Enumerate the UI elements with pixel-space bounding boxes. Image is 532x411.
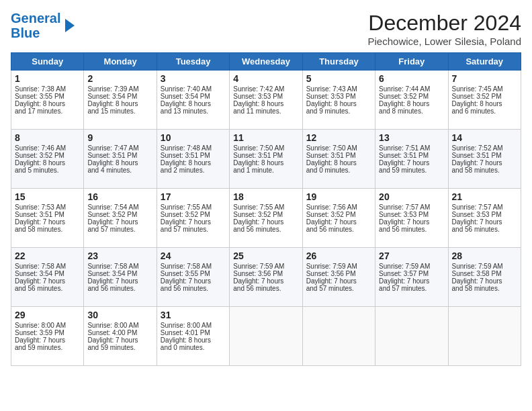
day-number: 24 [161, 250, 226, 261]
logo-arrow-icon [65, 19, 75, 32]
day-detail-line: Sunset: 3:51 PM [306, 152, 371, 159]
day-detail-line: Sunrise: 7:51 AM [379, 144, 444, 152]
calendar-day-header: Sunday [11, 53, 84, 71]
day-detail-line: and 11 minutes. [233, 107, 298, 115]
day-detail-line: and 57 minutes. [306, 285, 371, 292]
day-detail-line: Sunset: 3:54 PM [161, 93, 226, 100]
calendar-body: 1Sunrise: 7:38 AMSunset: 3:55 PMDaylight… [11, 71, 521, 366]
day-detail-line: and 56 minutes. [87, 285, 152, 292]
day-number: 25 [233, 250, 298, 261]
day-detail-line: Sunrise: 7:47 AM [87, 144, 152, 152]
day-detail-line: and 57 minutes. [87, 226, 152, 233]
day-detail-line: and 56 minutes. [233, 226, 298, 233]
day-detail-line: Sunrise: 7:48 AM [161, 144, 226, 152]
day-detail-line: Daylight: 7 hours [161, 277, 226, 285]
day-detail-line: and 59 minutes. [87, 344, 152, 351]
day-detail-line: Sunset: 3:58 PM [452, 270, 517, 277]
calendar-table: SundayMondayTuesdayWednesdayThursdayFrid… [11, 52, 521, 366]
day-detail-line: and 59 minutes. [15, 344, 80, 351]
day-detail-line: Sunrise: 8:00 AM [161, 322, 226, 329]
day-detail-line: and 0 minutes. [306, 167, 371, 174]
day-detail-line: Sunrise: 7:59 AM [452, 263, 517, 270]
calendar-day-header: Tuesday [157, 53, 229, 71]
day-detail-line: Sunset: 3:55 PM [15, 93, 80, 100]
day-number: 1 [15, 73, 80, 84]
day-detail-line: and 0 minutes. [161, 344, 226, 351]
day-detail-line: and 13 minutes. [161, 107, 226, 115]
day-detail-line: Sunset: 3:52 PM [233, 211, 298, 218]
day-number: 20 [379, 191, 444, 202]
day-detail-line: Sunrise: 7:55 AM [233, 203, 298, 211]
day-detail-line: Daylight: 8 hours [161, 100, 226, 107]
day-detail-line: Sunset: 3:51 PM [161, 152, 226, 159]
day-detail-line: Sunrise: 7:46 AM [15, 144, 80, 152]
day-detail-line: Sunset: 3:53 PM [379, 211, 444, 218]
day-detail-line: and 57 minutes. [161, 226, 226, 233]
day-detail-line: Daylight: 8 hours [452, 100, 517, 107]
logo: General Blue [11, 11, 75, 40]
calendar-day-cell: 15Sunrise: 7:53 AMSunset: 3:51 PMDayligh… [11, 189, 84, 248]
day-detail-line: Daylight: 8 hours [161, 336, 226, 344]
calendar-day-cell: 23Sunrise: 7:58 AMSunset: 3:54 PMDayligh… [84, 248, 157, 307]
day-detail-line: Daylight: 7 hours [233, 218, 298, 226]
day-detail-line: Sunset: 3:52 PM [161, 211, 226, 218]
day-detail-line: Daylight: 7 hours [452, 277, 517, 285]
day-detail-line: Sunrise: 7:54 AM [87, 203, 152, 211]
calendar-day-cell [302, 307, 375, 366]
day-detail-line: Daylight: 7 hours [161, 218, 226, 226]
day-detail-line: Daylight: 8 hours [161, 159, 226, 167]
day-detail-line: and 4 minutes. [87, 167, 152, 174]
day-detail-line: Sunrise: 7:57 AM [452, 203, 517, 211]
day-detail-line: Sunrise: 7:58 AM [15, 263, 80, 270]
day-number: 2 [87, 73, 152, 84]
day-detail-line: and 8 minutes. [379, 107, 444, 115]
calendar-day-cell: 24Sunrise: 7:58 AMSunset: 3:55 PMDayligh… [157, 248, 229, 307]
day-detail-line: Daylight: 7 hours [306, 218, 371, 226]
day-detail-line: Sunset: 4:01 PM [161, 329, 226, 336]
day-detail-line: Sunset: 3:55 PM [161, 270, 226, 277]
calendar-day-header: Thursday [302, 53, 375, 71]
logo-blue: Blue [11, 26, 60, 40]
day-detail-line: and 56 minutes. [233, 285, 298, 292]
day-detail-line: and 56 minutes. [161, 285, 226, 292]
day-detail-line: Sunrise: 8:00 AM [15, 322, 80, 329]
day-detail-line: Sunset: 3:53 PM [452, 211, 517, 218]
day-detail-line: Sunrise: 7:44 AM [379, 85, 444, 93]
day-number: 10 [161, 132, 226, 143]
day-detail-line: and 5 minutes. [15, 167, 80, 174]
calendar-day-header: Wednesday [230, 53, 302, 71]
calendar-day-cell: 27Sunrise: 7:59 AMSunset: 3:57 PMDayligh… [375, 248, 448, 307]
calendar-day-cell: 6Sunrise: 7:44 AMSunset: 3:52 PMDaylight… [375, 71, 448, 130]
day-detail-line: Sunset: 3:51 PM [15, 211, 80, 218]
day-number: 18 [233, 191, 298, 202]
day-detail-line: and 56 minutes. [306, 226, 371, 233]
day-detail-line: Sunset: 3:54 PM [87, 93, 152, 100]
day-detail-line: Sunrise: 7:45 AM [452, 85, 517, 93]
day-detail-line: Sunrise: 7:38 AM [15, 85, 80, 93]
day-detail-line: Sunrise: 7:50 AM [306, 144, 371, 152]
day-detail-line: Sunrise: 7:56 AM [306, 203, 371, 211]
day-detail-line: Sunset: 3:52 PM [87, 211, 152, 218]
day-detail-line: Sunset: 3:51 PM [452, 152, 517, 159]
day-detail-line: Sunrise: 7:59 AM [306, 263, 371, 270]
day-detail-line: Sunrise: 7:57 AM [379, 203, 444, 211]
day-detail-line: Daylight: 7 hours [452, 159, 517, 167]
calendar-day-cell: 30Sunrise: 8:00 AMSunset: 4:00 PMDayligh… [84, 307, 157, 366]
day-detail-line: Daylight: 7 hours [87, 277, 152, 285]
day-detail-line: Daylight: 7 hours [452, 218, 517, 226]
day-number: 12 [306, 132, 371, 143]
calendar-day-cell: 29Sunrise: 8:00 AMSunset: 3:59 PMDayligh… [11, 307, 84, 366]
calendar-day-cell: 7Sunrise: 7:45 AMSunset: 3:52 PMDaylight… [448, 71, 521, 130]
day-detail-line: Sunrise: 8:00 AM [87, 322, 152, 329]
day-detail-line: Sunset: 3:54 PM [87, 270, 152, 277]
calendar-week-row: 29Sunrise: 8:00 AMSunset: 3:59 PMDayligh… [11, 307, 521, 366]
day-detail-line: Daylight: 7 hours [306, 277, 371, 285]
day-detail-line: Daylight: 8 hours [306, 100, 371, 107]
page-header: General Blue December 2024 Piechowice, L… [11, 11, 521, 47]
day-number: 23 [87, 250, 152, 261]
day-detail-line: Daylight: 7 hours [15, 336, 80, 344]
day-detail-line: Sunrise: 7:50 AM [233, 144, 298, 152]
calendar-day-cell: 13Sunrise: 7:51 AMSunset: 3:51 PMDayligh… [375, 130, 448, 189]
day-number: 27 [379, 250, 444, 261]
day-number: 31 [161, 310, 226, 320]
